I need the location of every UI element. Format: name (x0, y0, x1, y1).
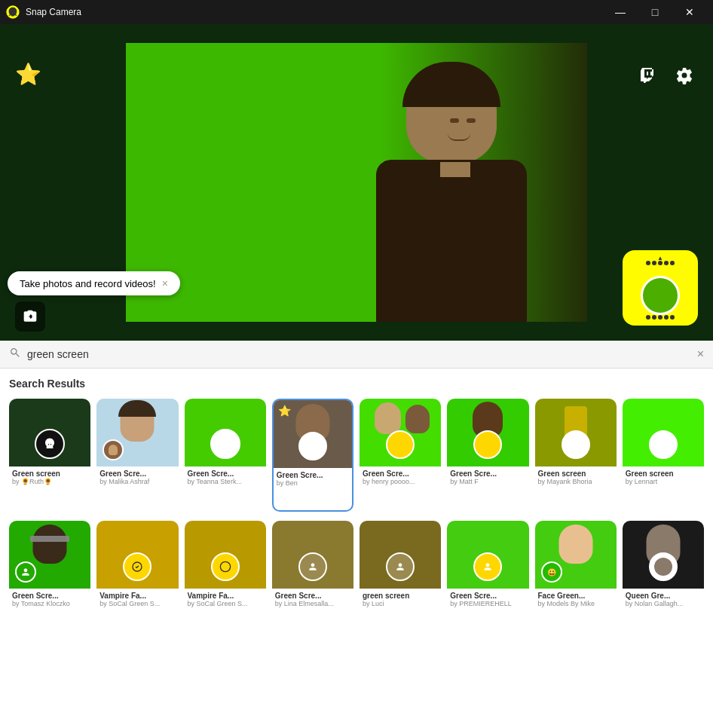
lens-name-16: Queen Gre... (626, 592, 697, 600)
lens-info-2: Green Scre... by Malika Ashraf (96, 466, 178, 488)
lens-author-7: by Mayank Bhoria (538, 478, 610, 485)
twitch-icon[interactable] (635, 62, 662, 89)
lens-author-14: by PREMIEREHELL (450, 600, 522, 607)
search-bar: × (0, 341, 713, 369)
maximize-button[interactable]: □ (638, 0, 672, 24)
lens-info-5: Green Scre... by henry poooo... (360, 466, 441, 488)
lens-author-12: by Lina Elmesalla... (275, 600, 347, 607)
lens-name-6: Green Scre... (450, 470, 522, 478)
lens-card-6[interactable]: Green Scre... by Matt F (447, 399, 528, 512)
lens-author-4: by Ben (277, 479, 345, 487)
lens-name-10: Vampire Fa... (99, 592, 171, 600)
lens-info-4: Green Scre... by Ben (274, 468, 352, 490)
lens-grid-row1: Green screen by 🌻Ruth🌻 (9, 399, 704, 512)
lens-card-13[interactable]: green screen by Luci (360, 521, 441, 634)
lens-card-12[interactable]: Green Scre... by Lina Elmesalla... (272, 521, 353, 634)
lens-info-12: Green Scre... by Lina Elmesalla... (272, 589, 353, 610)
lens-card-10[interactable]: Vampire Fa... by SoCal Green S... (96, 521, 178, 634)
lens-card-9[interactable]: Green Scre... by Tomasz Kloczko (9, 521, 90, 634)
results-title: Search Results (9, 378, 704, 390)
lens-card-3[interactable]: Green Scre... by Teanna Sterk... (185, 399, 266, 512)
lens-name-15: Face Green... (538, 592, 610, 600)
lens-info-9: Green Scre... by Tomasz Kloczko (9, 589, 90, 610)
camera-feed (126, 43, 587, 322)
lens-author-3: by Teanna Sterk... (188, 478, 259, 485)
lens-name-13: green screen (363, 592, 434, 600)
lens-info-10: Vampire Fa... by SoCal Green S... (96, 589, 178, 610)
lens-name-5: Green Scre... (363, 470, 434, 478)
lens-info-8: Green screen by Lennart (623, 466, 704, 488)
lens-card-15[interactable]: 😀 Face Green... by Models By Mike (535, 521, 617, 634)
lens-name-12: Green Scre... (275, 592, 347, 600)
minimize-button[interactable]: — (603, 0, 638, 24)
lens-info-14: Green Scre... by PREMIEREHELL (447, 589, 528, 610)
lens-name-11: Vampire Fa... (188, 592, 259, 600)
lens-name-14: Green Scre... (450, 592, 522, 600)
lens-card-11[interactable]: Vampire Fa... by SoCal Green S... (185, 521, 266, 634)
lens-card-7[interactable]: Green screen by Mayank Bhoria (535, 399, 617, 512)
lens-info-3: Green Scre... by Teanna Sterk... (185, 466, 266, 488)
lens-author-11: by SoCal Green S... (188, 600, 259, 607)
star-badge-4: ⭐ (278, 405, 291, 417)
lens-info-6: Green Scre... by Matt F (447, 466, 528, 488)
lens-card-14[interactable]: Green Scre... by PREMIEREHELL (447, 521, 528, 634)
titlebar-left: Snap Camera (6, 5, 81, 19)
bottom-panel: × Search Results Green screen by 🌻Ruth🌻 (0, 341, 713, 728)
lens-grid-row2: Green Scre... by Tomasz Kloczko Vampire … (9, 521, 704, 634)
snap-circle (641, 276, 680, 315)
lens-info-13: green screen by Luci (360, 589, 441, 610)
lens-author-6: by Matt F (450, 478, 522, 485)
lens-card-2[interactable]: Green Scre... by Malika Ashraf (96, 399, 178, 512)
lens-name-2: Green Scre... (99, 470, 171, 478)
lens-info-16: Queen Gre... by Nolan Gallagh... (623, 589, 704, 610)
lens-name-3: Green Scre... (188, 470, 259, 478)
lens-card-5[interactable]: Green Scre... by henry poooo... (360, 399, 441, 512)
lens-author-16: by Nolan Gallagh... (626, 600, 697, 607)
close-button[interactable]: ✕ (672, 0, 707, 24)
lens-name-1: Green screen (12, 470, 84, 478)
lens-info-1: Green screen by 🌻Ruth🌻 (9, 466, 90, 488)
lens-info-11: Vampire Fa... by SoCal Green S... (185, 589, 266, 610)
lens-info-15: Face Green... by Models By Mike (535, 589, 617, 610)
camera-area: ⭐ (0, 24, 713, 341)
camera-capture-button[interactable] (15, 301, 45, 332)
lens-author-15: by Models By Mike (538, 600, 610, 607)
lens-card-1[interactable]: Green screen by 🌻Ruth🌻 (9, 399, 90, 512)
search-input[interactable] (27, 348, 691, 360)
lens-name-7: Green screen (538, 470, 610, 478)
results-section: Search Results Green screen by 🌻Ruth🌻 (0, 369, 713, 644)
snap-qr-box: ▲ (623, 250, 698, 326)
lens-card-16[interactable]: Queen Gre... by Nolan Gallagh... (623, 521, 704, 634)
snap-qr-container: ▲ (623, 250, 698, 326)
tooltip-bubble: Take photos and record videos! × (8, 271, 180, 295)
lens-card-8[interactable]: Green screen by Lennart (623, 399, 704, 512)
lens-author-10: by SoCal Green S... (99, 600, 171, 607)
tooltip-text: Take photos and record videos! (20, 278, 156, 289)
tooltip-close-button[interactable]: × (162, 277, 168, 289)
titlebar: Snap Camera — □ ✕ (0, 0, 713, 24)
lens-card-4[interactable]: ⭐ Green Scre... by Ben (272, 399, 353, 512)
lens-author-8: by Lennart (626, 478, 697, 485)
lens-author-9: by Tomasz Kloczko (12, 600, 84, 607)
lens-author-5: by henry poooo... (363, 478, 434, 485)
settings-icon[interactable] (671, 62, 698, 89)
lens-name-4: Green Scre... (277, 471, 345, 479)
favorites-star-icon[interactable]: ⭐ (15, 62, 41, 87)
app-title: Snap Camera (26, 7, 81, 17)
lens-name-8: Green screen (626, 470, 697, 478)
lens-author-1: by 🌻Ruth🌻 (12, 478, 84, 485)
lens-author-13: by Luci (363, 600, 434, 607)
search-clear-button[interactable]: × (697, 347, 704, 361)
lens-info-7: Green screen by Mayank Bhoria (535, 466, 617, 488)
app-logo-icon (6, 5, 20, 19)
top-right-controls (635, 62, 698, 89)
lens-author-2: by Malika Ashraf (99, 478, 171, 485)
lens-name-9: Green Scre... (12, 592, 84, 600)
window-controls: — □ ✕ (603, 0, 707, 24)
search-icon (9, 347, 21, 362)
